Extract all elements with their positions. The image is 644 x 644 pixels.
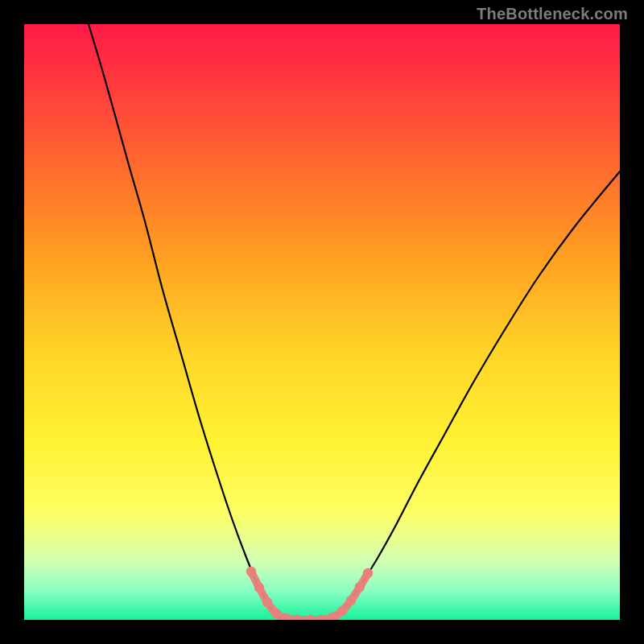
marker-dot	[271, 609, 281, 618]
marker-dot	[262, 597, 272, 607]
chart-svg	[24, 24, 620, 620]
marker-dot	[337, 606, 347, 616]
watermark-text: TheBottleneck.com	[477, 5, 628, 23]
marker-dot	[363, 568, 373, 578]
marker-dot	[346, 596, 356, 605]
plot-area	[24, 24, 620, 620]
marker-dot	[246, 567, 256, 576]
marker-dot	[254, 583, 264, 592]
marker-dot	[355, 582, 365, 592]
chart-background	[24, 24, 620, 620]
outer-frame: TheBottleneck.com	[0, 0, 644, 644]
